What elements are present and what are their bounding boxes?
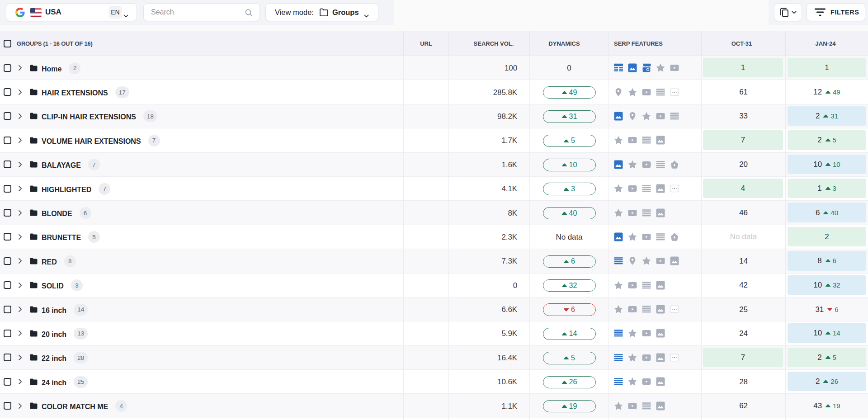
svg-text:G: G xyxy=(646,68,649,72)
